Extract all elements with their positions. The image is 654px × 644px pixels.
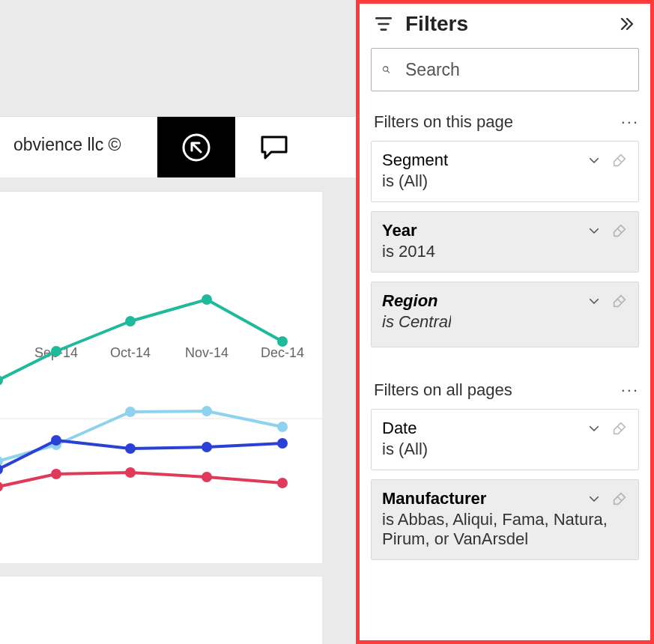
canvas-top-blank [0, 0, 356, 116]
filter-card[interactable]: Yearis 2014 [371, 211, 639, 273]
filter-field-value: is (All) [382, 440, 628, 459]
app-root: obvience llc © Sep-14Oct-14Nov-14Dec-14 [0, 0, 654, 644]
expand-filter-button[interactable] [587, 224, 601, 237]
section-more-icon[interactable]: ··· [621, 380, 639, 400]
svg-line-7 [617, 426, 622, 431]
x-tick-label: Dec-14 [261, 345, 304, 360]
copyright-text: obvience llc © [13, 135, 121, 155]
section-filters-on-all-pages: Filters on all pages ··· [374, 380, 639, 400]
section-label: Filters on this page [374, 112, 513, 132]
filter-field-value: is Abbas, Aliqui, Fama, Natura, Pirum, o… [382, 510, 628, 549]
section-label: Filters on all pages [374, 380, 512, 400]
line-chart-svg: Sep-14Oct-14Nov-14Dec-14 [0, 192, 322, 564]
chart-data-point[interactable] [202, 472, 212, 482]
svg-line-8 [617, 496, 622, 501]
filters-header: Filters [371, 7, 639, 48]
clear-filter-icon[interactable] [611, 490, 628, 507]
filter-field-name: Manufacturer [382, 489, 587, 508]
chart-data-point[interactable] [277, 422, 288, 432]
chart-data-point[interactable] [202, 442, 212, 452]
expand-filter-button[interactable] [587, 492, 601, 505]
canvas-gap-2 [0, 563, 322, 577]
svg-line-6 [617, 299, 622, 303]
filter-field-name: Segment [382, 151, 587, 170]
nav-arrow-button[interactable] [157, 117, 235, 178]
collapse-pane-icon[interactable] [618, 15, 636, 33]
section-filters-on-page: Filters on this page ··· [374, 112, 639, 132]
line-chart[interactable]: Sep-14Oct-14Nov-14Dec-14 [0, 191, 322, 563]
search-icon [382, 60, 390, 79]
chart-data-point[interactable] [51, 469, 61, 479]
chart-data-point[interactable] [125, 407, 136, 417]
filter-field-value: is Central [382, 312, 628, 336]
report-header-strip: obvience llc © [0, 116, 356, 177]
filter-field-name: Date [382, 419, 587, 438]
chart-data-point[interactable] [277, 438, 288, 449]
chart-data-point[interactable] [277, 478, 288, 488]
filter-card[interactable]: Segmentis (All) [371, 141, 639, 202]
filter-card[interactable]: Dateis (All) [371, 409, 639, 470]
svg-line-5 [617, 228, 622, 233]
comment-button[interactable] [235, 117, 313, 178]
chart-series-line [0, 473, 282, 504]
clear-filter-icon[interactable] [611, 420, 628, 437]
filter-field-value: is (All) [382, 171, 628, 191]
expand-filter-button[interactable] [587, 154, 601, 167]
visual-below-chart [0, 577, 322, 644]
chevron-down-icon [587, 154, 601, 167]
svg-line-4 [617, 158, 622, 162]
filter-card[interactable]: Manufactureris Abbas, Aliqui, Fama, Natu… [371, 479, 639, 560]
chart-data-point[interactable] [125, 467, 136, 478]
expand-filter-button[interactable] [587, 294, 601, 308]
chart-data-point[interactable] [125, 443, 136, 454]
filters-title: Filters [405, 12, 618, 36]
chart-data-point[interactable] [51, 435, 61, 446]
filter-card[interactable]: Regionis Central [371, 282, 639, 347]
chevron-down-icon [587, 422, 601, 435]
filter-field-value: is 2014 [382, 242, 628, 261]
chevron-down-icon [587, 294, 601, 308]
svg-line-3 [387, 70, 390, 73]
filters-pane: Filters Filters on this page ··· Segment… [356, 0, 654, 644]
chart-data-point[interactable] [277, 336, 288, 347]
chart-series-line [0, 300, 282, 380]
clear-filter-icon[interactable] [611, 293, 628, 309]
chart-data-point[interactable] [0, 482, 3, 492]
filter-search-input[interactable] [404, 59, 628, 81]
chevron-down-icon [587, 492, 601, 505]
arrow-circle-icon [178, 130, 214, 165]
filter-icon [374, 14, 393, 34]
x-tick-label: Oct-14 [110, 345, 151, 360]
clear-filter-icon[interactable] [611, 222, 628, 239]
chart-data-point[interactable] [202, 294, 212, 305]
chevron-down-icon [587, 224, 601, 237]
comment-icon [258, 131, 291, 164]
filter-field-name: Year [382, 221, 587, 240]
chart-data-point[interactable] [51, 346, 61, 356]
filter-field-name: Region [382, 291, 587, 311]
canvas-gap [0, 177, 356, 191]
clear-filter-icon[interactable] [611, 152, 628, 168]
expand-filter-button[interactable] [587, 422, 601, 435]
chart-data-point[interactable] [202, 406, 212, 416]
x-tick-label: Nov-14 [185, 345, 228, 360]
chart-data-point[interactable] [0, 456, 3, 467]
section-more-icon[interactable]: ··· [621, 112, 639, 132]
canvas-right-pad [322, 191, 356, 644]
chart-data-point[interactable] [125, 316, 136, 326]
filter-search-box[interactable] [371, 48, 639, 91]
